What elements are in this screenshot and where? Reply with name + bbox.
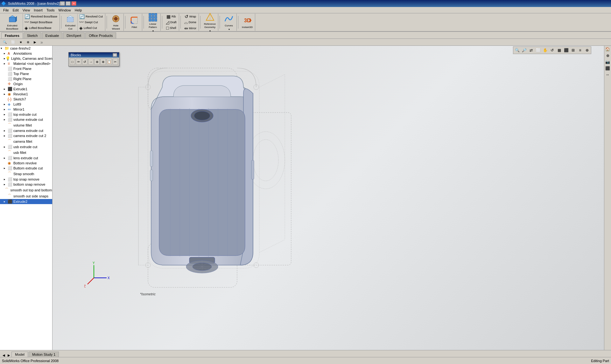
revolved-boss-base-button[interactable]: 🔄 Revolved Boss/Base bbox=[24, 14, 58, 19]
tree-item-lights[interactable]: ▸ 💡 Lights, Cameras and Scene bbox=[0, 56, 52, 61]
fillet-button[interactable]: Fillet bbox=[128, 15, 141, 30]
tree-item-smooth-top-bottom[interactable]: ⌒ smooth out top and bottom bbox=[0, 187, 52, 193]
menu-insert[interactable]: Insert bbox=[32, 8, 45, 13]
right-camera-button[interactable]: 📷 bbox=[605, 59, 611, 65]
refgeo-dropdown[interactable]: ▾ bbox=[209, 30, 211, 32]
tree-item-camera-extrude-cut[interactable]: ▸ ⬜ camera extrude cut bbox=[0, 128, 52, 133]
linear-pattern-button[interactable]: LinearPattern bbox=[146, 12, 159, 29]
blocks-insert-button[interactable]: ↺ bbox=[82, 58, 88, 65]
tree-item-bottom-snap-remove[interactable]: ▸ ⬜ bottom snap remove bbox=[0, 182, 52, 187]
restore-button[interactable]: □ bbox=[66, 1, 71, 6]
top-snap-expand[interactable]: ▸ bbox=[4, 178, 8, 181]
wrap-button[interactable]: ↺ Wrap bbox=[184, 14, 197, 19]
tab-office-products[interactable]: Office Products bbox=[85, 32, 116, 38]
cam-ec-expand[interactable]: ▸ bbox=[4, 129, 8, 132]
tree-item-top-plane[interactable]: ⬜ Top Plane bbox=[0, 71, 52, 76]
tree-item-front-plane[interactable]: ⬜ Front Plane bbox=[0, 66, 52, 71]
extruded-boss-base-button[interactable]: Extruded Boss/Base bbox=[3, 14, 22, 31]
bottom-tab-motion-study[interactable]: Motion Study 1 bbox=[29, 352, 59, 357]
curves-button[interactable]: Curves bbox=[222, 14, 235, 28]
tree-item-mirror1[interactable]: ▸ ⇔ Mirror1 bbox=[0, 107, 52, 112]
tree-item-usb-extrude-cut[interactable]: ▸ ⬜ usb extrude cut bbox=[0, 144, 52, 149]
swept-cut-button[interactable]: 〰 Swept Cut bbox=[78, 19, 104, 25]
tree-item-sketch7[interactable]: (-) Sketch7 bbox=[0, 97, 52, 102]
blocks-edit-button[interactable]: ✏ bbox=[76, 58, 81, 65]
tab-evaluate[interactable]: Evaluate bbox=[42, 32, 63, 38]
right-home-button[interactable]: 🏠 bbox=[605, 46, 611, 52]
tree-root[interactable]: ▾ 📁 case-finishv2 bbox=[0, 46, 52, 51]
extruded-cut-button[interactable]: ExtrudedCut bbox=[64, 14, 77, 31]
revolve1-expand[interactable]: ▸ bbox=[4, 93, 8, 96]
volume-ec-expand[interactable]: ▸ bbox=[4, 118, 8, 121]
hidden-lines-button[interactable]: ⊞ bbox=[570, 47, 576, 53]
tree-item-revolve1[interactable]: ▸ ◉ Revolve1 bbox=[0, 92, 52, 97]
add-button[interactable]: ⊕ bbox=[25, 40, 31, 45]
display-style-button[interactable]: ⬛ bbox=[563, 47, 569, 53]
cam-ec2-expand[interactable]: ▸ bbox=[4, 134, 8, 137]
window-controls[interactable]: − □ × bbox=[60, 1, 76, 6]
filter-button[interactable]: 🔍 bbox=[1, 40, 8, 45]
reference-geometry-button[interactable]: ReferenceGeometry bbox=[203, 12, 217, 29]
menu-edit[interactable]: Edit bbox=[11, 8, 21, 13]
scroll-left-button[interactable]: ◀ bbox=[1, 354, 6, 357]
3d-viewport[interactable]: 🔍 🔎 ⇄ ⬜ ✋ ↺ ▦ ⬛ ⊞ ≡ ⊕ Blocks × □ bbox=[53, 46, 604, 350]
blocks-new-button[interactable]: □ bbox=[70, 58, 75, 65]
extrude1-expand[interactable]: ▸ bbox=[4, 87, 8, 91]
section-view-button[interactable]: ≡ bbox=[577, 47, 583, 53]
revolved-cut-button[interactable]: 🔄 Revolved Cut bbox=[78, 14, 104, 19]
tree-item-camera-extrude-cut2[interactable]: ▸ ⬜ camera extrude cut 2 bbox=[0, 133, 52, 138]
menu-help[interactable]: Help bbox=[73, 8, 84, 13]
tree-item-material[interactable]: ▸ ≡ Material <not specified> bbox=[0, 61, 52, 66]
tree-item-usb-fillet[interactable]: ⌒ usb fillet bbox=[0, 149, 52, 155]
menu-tools[interactable]: Tools bbox=[45, 8, 57, 13]
usb-ec-expand[interactable]: ▸ bbox=[4, 145, 8, 148]
tree-item-volume-extrude-cut[interactable]: ▸ ⬜ volume extrude cut bbox=[0, 117, 52, 122]
zoom-in-vp-button[interactable]: 🔍 bbox=[514, 47, 520, 53]
right-add-button[interactable]: ⊕ bbox=[605, 53, 611, 58]
btn-ec-expand[interactable]: ▸ bbox=[4, 167, 8, 170]
scroll-right-button[interactable]: ▶ bbox=[6, 354, 11, 357]
minimize-button[interactable]: − bbox=[60, 1, 65, 6]
top-ec-expand[interactable]: ▸ bbox=[4, 113, 8, 116]
zoom-fit-button[interactable]: ★ bbox=[18, 40, 24, 45]
annotations-expand[interactable]: ▸ bbox=[4, 52, 8, 55]
mirror-button[interactable]: ⇔ Mirror bbox=[183, 25, 198, 31]
mirror1-expand[interactable]: ▸ bbox=[4, 108, 8, 111]
bottom-snap-expand[interactable]: ▸ bbox=[4, 183, 8, 186]
tree-item-button-extrude-cut[interactable]: ▸ ⬜ Buttom extrude cut bbox=[0, 166, 52, 171]
blocks-remove-button[interactable]: ⊗ bbox=[100, 58, 106, 65]
tab-dimxpert[interactable]: DimXpert bbox=[63, 32, 85, 38]
tree-item-right-plane[interactable]: ⬜ Right Plane bbox=[0, 76, 52, 81]
blocks-close-button[interactable]: × bbox=[113, 53, 117, 57]
right-pan-button[interactable]: ↔ bbox=[605, 72, 611, 78]
tree-item-loft9[interactable]: ▸ ◈ Loft9 bbox=[0, 102, 52, 107]
lofted-cut-button[interactable]: ◈ Lofted Cut bbox=[78, 25, 104, 31]
tab-features[interactable]: Features bbox=[1, 32, 23, 38]
menu-file[interactable]: File bbox=[1, 8, 11, 13]
close-button[interactable]: × bbox=[71, 1, 76, 6]
tab-sketch[interactable]: Sketch bbox=[24, 32, 41, 38]
tree-item-strap-smooth[interactable]: ⌒ Strap smooth bbox=[0, 171, 52, 177]
dome-button[interactable]: ⌓ Dome bbox=[183, 19, 197, 25]
tree-item-origin[interactable]: ✛ Origin bbox=[0, 81, 52, 86]
lofted-boss-base-button[interactable]: ◈ Lofted Boss/Base bbox=[24, 25, 58, 31]
zoom-area-button[interactable]: ⬜ bbox=[535, 47, 541, 53]
blocks-cut-button[interactable]: ✂ bbox=[113, 58, 118, 65]
expand-icon[interactable]: » bbox=[40, 40, 43, 45]
view-selector-button[interactable]: ▦ bbox=[556, 47, 562, 53]
bottom-tab-model[interactable]: Model bbox=[11, 352, 28, 357]
zoom-fit-vp-button[interactable]: ⇄ bbox=[528, 47, 534, 53]
tree-item-camera-fillet[interactable]: ⌒ camera fillet bbox=[0, 138, 52, 144]
tree-item-top-snap-remove[interactable]: ▸ ⬜ top snap remove bbox=[0, 177, 52, 182]
select-button[interactable]: ⬜ bbox=[10, 40, 17, 45]
blocks-add-button[interactable]: ⊕ bbox=[94, 58, 100, 65]
rotate-button[interactable]: ↺ bbox=[549, 47, 555, 53]
extrude2-expand[interactable]: ▸ bbox=[4, 200, 8, 203]
draft-button[interactable]: ◿ Draft bbox=[165, 19, 178, 25]
hole-wizard-button[interactable]: HoleWizard bbox=[109, 14, 122, 31]
tree-item-volume-fillet[interactable]: ⌒ volume fillet bbox=[0, 122, 52, 128]
curves-dropdown[interactable]: ▾ bbox=[228, 28, 230, 31]
tree-item-extrude2[interactable]: ▸ ⬛ Extrude2 bbox=[0, 199, 52, 204]
rib-button[interactable]: ▦ Rib bbox=[165, 14, 177, 19]
zoom-out-vp-button[interactable]: 🔎 bbox=[521, 47, 527, 53]
